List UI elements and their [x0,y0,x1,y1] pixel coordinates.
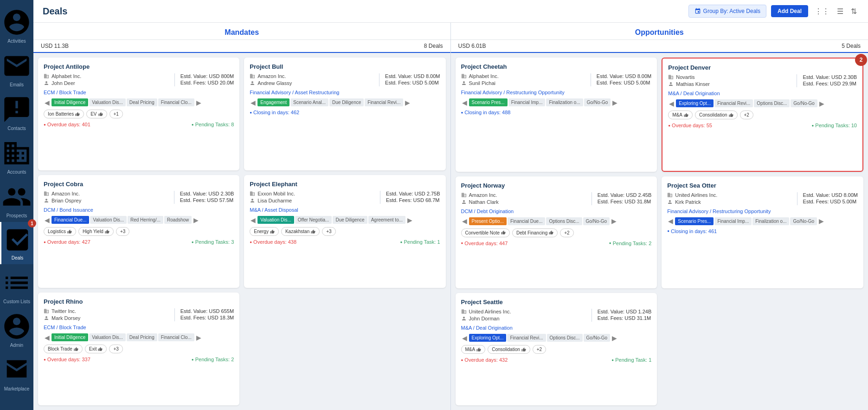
tag-more-denver[interactable]: +2 [740,111,753,119]
tag-high-yield-cobra[interactable]: High Yield [78,227,114,236]
stage-nav-right-cheetah[interactable]: ▶ [611,99,618,106]
stage-btn-norway-3[interactable]: Go/No-Go [583,217,610,225]
stage-btn-denver-3[interactable]: Go/No-Go [791,99,817,107]
stage-btn-cheetah-0[interactable]: Scenario Pres... [469,98,508,106]
tag-consolidation-seattle[interactable]: Consolidation [488,345,530,354]
stage-btn-bull-1[interactable]: Scenario Anal... [290,98,328,106]
stage-nav-left-antilope[interactable]: ◀ [44,99,51,106]
tag-ev-antilope[interactable]: EV [86,110,107,118]
stage-nav-left-seattle[interactable]: ◀ [461,334,468,342]
tag-convertible-note-norway[interactable]: Convertible Note [461,228,510,237]
stage-btn-antilope-0[interactable]: Initial Diligence [51,98,88,106]
stage-nav-left-denver[interactable]: ◀ [668,100,675,107]
stage-btn-bull-0[interactable]: Engagement [257,98,289,106]
stage-btn-rhino-2[interactable]: Deal Pricing [127,333,157,341]
tag-energy-elephant[interactable]: Energy [250,227,279,236]
sidebar-item-accounts[interactable]: Accounts [0,135,33,178]
stage-btn-cobra-0[interactable]: Financial Due... [51,216,89,224]
sidebar-item-admin[interactable]: Admin [0,308,33,351]
stage-btn-sea-otter-3[interactable]: Go/No-Go [790,217,817,225]
stage-btn-cobra-3[interactable]: Roadshow [164,216,192,224]
stage-btn-norway-0[interactable]: Present Optio... [469,217,507,225]
stage-nav-left-cobra[interactable]: ◀ [44,216,51,224]
stage-btn-norway-2[interactable]: Options Disc... [546,217,582,225]
deal-card-antilope[interactable]: Project Antilope Alphabet Inc. John Deer… [38,58,239,170]
deal-card-cobra[interactable]: Project Cobra Amazon Inc. Brian Osprey E… [38,175,239,288]
group-by-button[interactable]: Group By: Active Deals [688,5,766,18]
stage-btn-seattle-2[interactable]: Options Disc... [547,334,583,342]
stage-btn-seattle-0[interactable]: Exploring Opt... [469,334,507,342]
sort-button[interactable]: ⇅ [849,6,859,17]
sidebar-item-contacts[interactable]: Contacts [0,91,33,135]
stage-nav-right-elephant[interactable]: ▶ [406,216,413,224]
sidebar-item-activities[interactable]: Activities [0,4,33,47]
stage-btn-elephant-2[interactable]: Due Diligence [333,216,367,224]
stage-nav-left-norway[interactable]: ◀ [461,217,468,225]
sidebar-item-marketplace[interactable]: Marketplace [0,351,33,395]
tag-logistics-cobra[interactable]: Logistics [44,227,76,236]
stage-nav-left-elephant[interactable]: ◀ [250,216,257,224]
stage-nav-left-sea-otter[interactable]: ◀ [667,217,674,225]
deal-card-seattle[interactable]: Project Seattle United Airlines Inc. Joh… [456,293,657,405]
stage-nav-right-seattle[interactable]: ▶ [611,334,618,342]
deal-card-rhino[interactable]: Project Rhino Twitter Inc. Mark Dorsey E… [38,293,239,405]
tag-kazakhstan-elephant[interactable]: Kazakhstan [281,227,320,236]
stage-btn-rhino-1[interactable]: Valuation Dis... [89,333,126,341]
stage-btn-denver-0[interactable]: Exploring Opt... [676,99,714,107]
stage-btn-cheetah-3[interactable]: Go/No-Go [584,98,611,106]
tag-block-trade-rhino[interactable]: Block Trade [44,345,83,353]
sidebar-item-emails[interactable]: Emails [0,47,33,91]
stage-btn-bull-3[interactable]: Financial Revi... [365,98,403,106]
deal-card-norway[interactable]: Project Norway Amazon Inc. Nathan Clark … [456,176,657,289]
stage-nav-right-sea-otter[interactable]: ▶ [818,217,825,225]
sidebar-item-deals[interactable]: 1 Deals [0,222,33,264]
tag-consolidation-denver[interactable]: Consolidation [695,111,738,119]
deal-card-denver[interactable]: 2 Project Denver Novartis Mathias Kinser… [662,58,863,172]
stage-btn-cheetah-2[interactable]: Finalization o... [546,98,583,106]
stage-btn-elephant-3[interactable]: Agreement to... [368,216,405,224]
tag-more-elephant[interactable]: +3 [322,227,335,236]
stage-btn-cheetah-1[interactable]: Financial Imp... [508,98,546,106]
stage-btn-rhino-3[interactable]: Financial Clo... [158,333,194,341]
tag-more-cobra[interactable]: +3 [116,227,129,236]
stage-nav-right-rhino[interactable]: ▶ [195,334,202,341]
stage-nav-left-rhino[interactable]: ◀ [44,334,51,341]
stage-btn-elephant-1[interactable]: Offer Negotia... [295,216,332,224]
stage-nav-right-bull[interactable]: ▶ [404,99,411,106]
deal-card-elephant[interactable]: Project Elephant Exxon Mobil Inc. Lisa D… [244,175,445,288]
stage-btn-sea-otter-2[interactable]: Finalization o... [752,217,789,225]
deal-card-cheetah[interactable]: Project Cheetah Alphabet Inc. Sunil Pich… [456,58,657,172]
stage-btn-rhino-0[interactable]: Initial Diligence [51,333,88,341]
tag-more-seattle[interactable]: +2 [533,345,546,354]
menu-button[interactable]: ☰ [835,6,845,17]
stage-btn-seattle-1[interactable]: Financial Revi... [507,334,546,342]
grid-view-button[interactable]: ⋮⋮ [813,6,831,17]
tag-ion-batteries-antilope[interactable]: Ion Batteries [44,110,84,118]
deal-card-bull[interactable]: Project Bull Amazon Inc. Andrew Glassy E… [244,58,445,170]
stage-btn-sea-otter-1[interactable]: Financial Imp... [714,217,752,225]
stage-btn-denver-2[interactable]: Options Disc... [754,99,790,107]
stage-btn-seattle-3[interactable]: Go/No-Go [584,334,611,342]
deal-card-sea-otter[interactable]: Project Sea Otter United Airlines Inc. K… [662,176,863,289]
tag-m&a-seattle[interactable]: M&A [461,345,486,354]
tag-more-rhino[interactable]: +3 [109,345,122,353]
stage-btn-antilope-3[interactable]: Financial Clo... [158,98,194,106]
tag-more-antilope[interactable]: +1 [109,110,123,118]
stage-nav-left-bull[interactable]: ◀ [250,99,257,106]
stage-nav-right-norway[interactable]: ▶ [611,217,617,225]
add-deal-button[interactable]: Add Deal [771,5,808,17]
stage-btn-elephant-0[interactable]: Valuation Dis... [257,216,294,224]
stage-btn-antilope-2[interactable]: Deal Pricing [127,98,157,106]
stage-nav-right-cobra[interactable]: ▶ [193,216,199,224]
stage-btn-cobra-1[interactable]: Valuation Dis... [90,216,127,224]
tag-more-norway[interactable]: +2 [560,228,573,237]
stage-btn-antilope-1[interactable]: Valuation Dis... [89,98,126,106]
stage-btn-sea-otter-0[interactable]: Scenario Pres... [675,217,714,225]
stage-btn-bull-2[interactable]: Due Diligence [329,98,364,106]
stage-btn-cobra-2[interactable]: Red Herring/... [128,216,163,224]
stage-nav-right-denver[interactable]: ▶ [818,100,825,107]
stage-nav-right-antilope[interactable]: ▶ [195,99,202,106]
tag-m&a-denver[interactable]: M&A [668,111,693,119]
sidebar-item-custom-lists[interactable]: Custom Lists [0,264,33,308]
tag-debt-financing-norway[interactable]: Debt Financing [512,228,558,237]
